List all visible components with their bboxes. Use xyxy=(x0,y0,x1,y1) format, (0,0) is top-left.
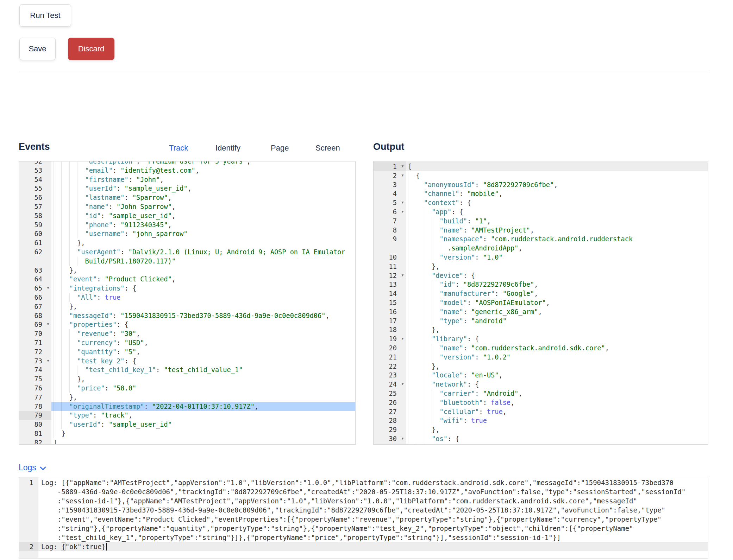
line-number: 75 xyxy=(19,375,51,384)
line-number: 64 xyxy=(19,275,51,284)
discard-button[interactable]: Discard xyxy=(68,38,114,60)
line-number: 61 xyxy=(19,238,51,248)
line-number: 6▾ xyxy=(374,208,406,217)
fold-icon[interactable]: ▾ xyxy=(46,284,50,293)
save-button[interactable]: Save xyxy=(19,38,56,60)
editor-row: 10"version": "1.0" xyxy=(374,253,708,262)
tab-screen[interactable]: Screen xyxy=(315,144,340,153)
line-number: 1▾ xyxy=(374,162,406,171)
line-number xyxy=(19,515,38,524)
line-number: 56 xyxy=(19,193,51,202)
line-number: 21 xyxy=(374,353,406,362)
editor-row: 78"originalTimestamp": "2022-04-01T10:37… xyxy=(19,402,355,411)
editor-row: 62"userAgent": "Dalvik/2.1.0 (Linux; U; … xyxy=(19,248,355,257)
tab-identify[interactable]: Identify xyxy=(215,144,240,153)
editor-row: 60"username": "john_sparrow" xyxy=(19,229,355,238)
fold-icon[interactable]: ▾ xyxy=(401,380,404,389)
line-number: 70 xyxy=(19,329,51,338)
line-number: 12▾ xyxy=(374,271,406,280)
line-number: 5▾ xyxy=(374,198,406,208)
line-number: 18 xyxy=(374,325,406,335)
line-number: 8 xyxy=(374,226,406,235)
log-row: :"string"},{"propertyName":"quantity","p… xyxy=(19,524,708,533)
line-number: 14 xyxy=(374,289,406,298)
line-number: 58 xyxy=(19,211,51,221)
editor-row: 11}, xyxy=(374,262,708,271)
tab-track[interactable]: Track xyxy=(169,144,188,153)
fold-icon[interactable]: ▾ xyxy=(401,334,404,343)
editor-row: 82] xyxy=(19,438,355,445)
fold-icon[interactable]: ▾ xyxy=(401,162,404,171)
line-number: 3 xyxy=(374,180,406,190)
line-number: 27 xyxy=(374,407,406,416)
log-row: :"1590431830915-73bed370-5889-436d-9a9e-… xyxy=(19,505,708,515)
fold-icon[interactable]: ▾ xyxy=(401,271,404,280)
editor-row: .sampleAndroidApp", xyxy=(374,244,708,253)
line-number: 78 xyxy=(19,402,51,411)
editor-row: 19▾"library": { xyxy=(374,335,708,344)
editor-row: 13"id": "8d872292709c6fbe", xyxy=(374,280,708,289)
editor-row: 79"type": "track", xyxy=(19,411,355,420)
fold-icon[interactable]: ▾ xyxy=(401,171,404,180)
output-json-editor[interactable]: 1▾[2▾{3"anonymousId": "8d872292709c6fbe"… xyxy=(373,161,708,445)
fold-icon[interactable]: ▾ xyxy=(401,207,404,216)
line-number: 81 xyxy=(19,429,51,438)
editor-row: 73▾"test_key_2": { xyxy=(19,357,355,366)
editor-row: 17"type": "android" xyxy=(374,317,708,326)
editor-row: 72"quantity": "5", xyxy=(19,348,355,357)
line-number: 53 xyxy=(19,166,51,175)
editor-row: 2▾{ xyxy=(374,171,708,180)
line-number: 29 xyxy=(374,425,406,434)
line-number: 77 xyxy=(19,393,51,402)
line-number: 26 xyxy=(374,398,406,407)
fold-icon[interactable]: ▾ xyxy=(46,320,50,329)
line-number: 9 xyxy=(374,235,406,244)
editor-row: 15"model": "AOSPonIAEmulator", xyxy=(374,298,708,307)
line-number: 16 xyxy=(374,307,406,317)
line-number: 1 xyxy=(19,478,38,487)
log-row: :"event","eventName":"Product Clicked","… xyxy=(19,515,708,524)
line-number: 69▾ xyxy=(19,320,51,329)
line-number: 15 xyxy=(374,298,406,307)
line-number xyxy=(19,496,38,505)
line-number: 74 xyxy=(19,365,51,375)
line-number: 17 xyxy=(374,317,406,326)
editor-row: 56"lastname": "Sparrow", xyxy=(19,193,355,202)
chevron-down-icon xyxy=(39,466,46,471)
line-number: 73▾ xyxy=(19,357,51,366)
editor-row: 69▾"properties": { xyxy=(19,320,355,329)
editor-row: 67}, xyxy=(19,302,355,311)
logs-output[interactable]: 1Log: [{"appName":"AMTestProject","appVe… xyxy=(19,477,708,559)
fold-icon[interactable]: ▾ xyxy=(46,356,50,365)
line-number: 67 xyxy=(19,302,51,311)
line-number: 23 xyxy=(374,371,406,380)
editor-row: 74"test_child_key_1": "test_child_value_… xyxy=(19,365,355,375)
line-number: 24▾ xyxy=(374,380,406,389)
run-test-button[interactable]: Run Test xyxy=(19,4,71,27)
line-number: 19▾ xyxy=(374,335,406,344)
line-number: 72 xyxy=(19,348,51,357)
line-number: 11 xyxy=(374,262,406,271)
line-number xyxy=(19,533,38,542)
editor-row: 24▾"network": { xyxy=(374,380,708,389)
line-number: 62 xyxy=(19,248,51,257)
line-number: 22 xyxy=(374,362,406,371)
line-number: 7 xyxy=(374,217,406,226)
events-json-editor[interactable]: 52"description": "Premium user for 5 yea… xyxy=(19,161,356,445)
editor-row: 28"wifi": true xyxy=(374,416,708,425)
editor-row: 23"locale": "en-US", xyxy=(374,371,708,380)
editor-row: 65▾"integrations": { xyxy=(19,284,355,293)
divider xyxy=(19,72,708,72)
logs-toggle[interactable]: Logs xyxy=(19,463,46,472)
fold-icon[interactable]: ▾ xyxy=(401,198,404,207)
tab-page[interactable]: Page xyxy=(271,144,289,153)
line-number: 10 xyxy=(374,253,406,262)
line-number xyxy=(19,257,51,266)
editor-row: 22}, xyxy=(374,362,708,371)
editor-row: 29}, xyxy=(374,425,708,434)
editor-row: 61}, xyxy=(19,238,355,248)
editor-row: 14"manufacturer": "Google", xyxy=(374,289,708,298)
editor-row: 59"phone": "9112340345", xyxy=(19,221,355,230)
line-number: 28 xyxy=(374,416,406,425)
fold-icon[interactable]: ▾ xyxy=(401,434,404,443)
